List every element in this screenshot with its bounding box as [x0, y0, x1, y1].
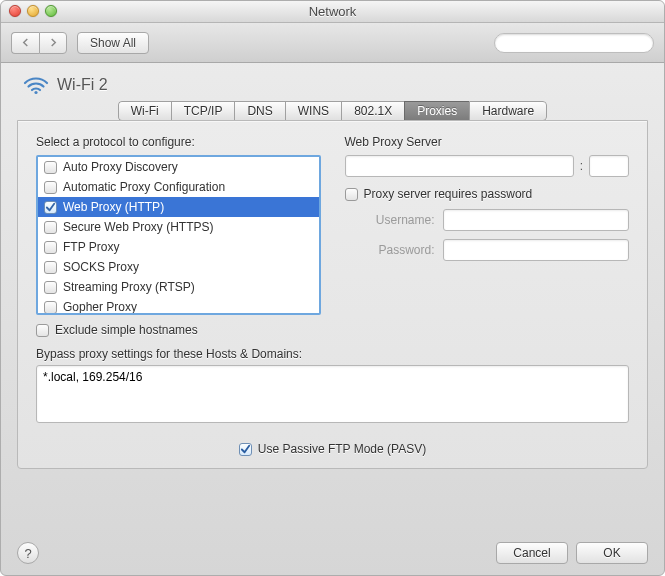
close-icon[interactable] — [9, 5, 21, 17]
show-all-button[interactable]: Show All — [77, 32, 149, 54]
titlebar: Network — [1, 1, 664, 23]
protocol-row[interactable]: Gopher Proxy — [38, 297, 319, 315]
window-controls — [9, 5, 57, 17]
nav-buttons — [11, 32, 67, 54]
tab-802-1x[interactable]: 802.1X — [341, 101, 404, 121]
interface-header: Wi-Fi 2 — [17, 71, 648, 97]
wifi-icon — [23, 75, 49, 95]
checkbox-icon — [239, 443, 252, 456]
tab-hardware[interactable]: Hardware — [469, 101, 547, 121]
proxy-server-row: : — [345, 155, 630, 177]
tab-label: Hardware — [482, 104, 534, 118]
checkbox-icon[interactable] — [44, 201, 57, 214]
checkbox-icon[interactable] — [44, 161, 57, 174]
protocol-row[interactable]: FTP Proxy — [38, 237, 319, 257]
chevron-right-icon — [49, 38, 58, 47]
tab-dns[interactable]: DNS — [234, 101, 284, 121]
protocol-label: SOCKS Proxy — [63, 260, 139, 274]
ok-label: OK — [603, 546, 620, 560]
cancel-label: Cancel — [513, 546, 550, 560]
ok-button[interactable]: OK — [576, 542, 648, 564]
passive-ftp-label: Use Passive FTP Mode (PASV) — [258, 442, 426, 456]
bypass-label: Bypass proxy settings for these Hosts & … — [36, 347, 629, 361]
protocol-label: Gopher Proxy — [63, 300, 137, 314]
requires-password-label: Proxy server requires password — [364, 187, 533, 201]
bottom-bar: ? Cancel OK — [1, 531, 664, 575]
tab-label: Proxies — [417, 104, 457, 118]
help-icon: ? — [24, 546, 31, 561]
protocol-row[interactable]: Web Proxy (HTTP) — [38, 197, 319, 217]
tab-label: 802.1X — [354, 104, 392, 118]
toolbar: Show All — [1, 23, 664, 63]
network-preferences-window: Network Show All Wi-Fi — [0, 0, 665, 576]
search-field[interactable] — [494, 33, 654, 53]
protocol-label: Secure Web Proxy (HTTPS) — [63, 220, 213, 234]
checkbox-icon — [345, 188, 358, 201]
back-button[interactable] — [11, 32, 39, 54]
bypass-textarea[interactable] — [36, 365, 629, 423]
username-input[interactable] — [443, 209, 630, 231]
exclude-simple-hostnames-checkbox[interactable]: Exclude simple hostnames — [36, 323, 321, 337]
content-area: Wi-Fi 2 Wi-FiTCP/IPDNSWINS802.1XProxiesH… — [1, 63, 664, 482]
protocol-row[interactable]: SOCKS Proxy — [38, 257, 319, 277]
tab-wins[interactable]: WINS — [285, 101, 341, 121]
help-button[interactable]: ? — [17, 542, 39, 564]
protocol-row[interactable]: Streaming Proxy (RTSP) — [38, 277, 319, 297]
interface-name: Wi-Fi 2 — [57, 76, 108, 94]
svg-point-2 — [34, 91, 37, 94]
protocol-label: Web Proxy (HTTP) — [63, 200, 164, 214]
tab-label: TCP/IP — [184, 104, 223, 118]
checkbox-icon[interactable] — [44, 241, 57, 254]
search-input[interactable] — [505, 36, 647, 50]
zoom-icon[interactable] — [45, 5, 57, 17]
web-proxy-server-label: Web Proxy Server — [345, 135, 630, 149]
protocol-row[interactable]: Automatic Proxy Configuration — [38, 177, 319, 197]
password-label: Password: — [345, 243, 435, 257]
window-title: Network — [309, 4, 357, 19]
forward-button[interactable] — [39, 32, 67, 54]
protocol-row[interactable]: Secure Web Proxy (HTTPS) — [38, 217, 319, 237]
checkbox-icon[interactable] — [44, 261, 57, 274]
show-all-label: Show All — [90, 36, 136, 50]
tab-proxies[interactable]: Proxies — [404, 101, 469, 121]
protocol-label: Auto Proxy Discovery — [63, 160, 178, 174]
host-port-separator: : — [580, 159, 583, 173]
checkbox-icon — [36, 324, 49, 337]
exclude-simple-label: Exclude simple hostnames — [55, 323, 198, 337]
proxy-port-input[interactable] — [589, 155, 629, 177]
checkbox-icon[interactable] — [44, 281, 57, 294]
tab-label: Wi-Fi — [131, 104, 159, 118]
chevron-left-icon — [21, 38, 30, 47]
minimize-icon[interactable] — [27, 5, 39, 17]
tab-label: DNS — [247, 104, 272, 118]
tab-tcp-ip[interactable]: TCP/IP — [171, 101, 235, 121]
protocol-label: FTP Proxy — [63, 240, 119, 254]
password-input[interactable] — [443, 239, 630, 261]
cancel-button[interactable]: Cancel — [496, 542, 568, 564]
protocol-list[interactable]: Auto Proxy DiscoveryAutomatic Proxy Conf… — [36, 155, 321, 315]
checkbox-icon[interactable] — [44, 221, 57, 234]
username-label: Username: — [345, 213, 435, 227]
protocol-row[interactable]: Auto Proxy Discovery — [38, 157, 319, 177]
checkbox-icon[interactable] — [44, 301, 57, 314]
checkbox-icon[interactable] — [44, 181, 57, 194]
tab-wi-fi[interactable]: Wi-Fi — [118, 101, 171, 121]
proxy-host-input[interactable] — [345, 155, 574, 177]
tab-bar: Wi-FiTCP/IPDNSWINS802.1XProxiesHardware — [17, 101, 648, 121]
proxies-pane: Select a protocol to configure: Auto Pro… — [17, 120, 648, 469]
select-protocol-label: Select a protocol to configure: — [36, 135, 321, 149]
passive-ftp-checkbox[interactable]: Use Passive FTP Mode (PASV) — [36, 442, 629, 456]
requires-password-checkbox[interactable]: Proxy server requires password — [345, 187, 630, 201]
tab-label: WINS — [298, 104, 329, 118]
protocol-label: Streaming Proxy (RTSP) — [63, 280, 195, 294]
protocol-label: Automatic Proxy Configuration — [63, 180, 225, 194]
